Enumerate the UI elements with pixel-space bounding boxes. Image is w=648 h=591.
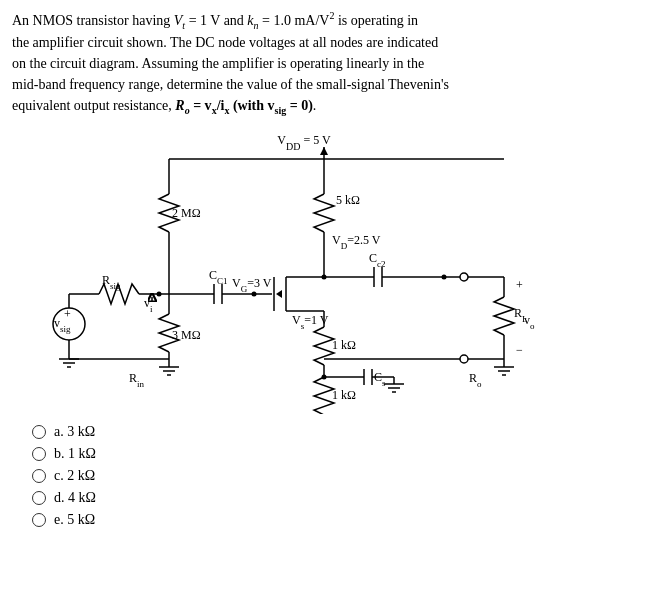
- svg-text:+: +: [64, 307, 71, 321]
- option-e[interactable]: e. 5 kΩ: [32, 512, 636, 528]
- svg-marker-1: [320, 147, 328, 155]
- vo-plus: +: [516, 278, 523, 292]
- rs1-label: 1 kΩ: [332, 338, 356, 352]
- r1-label: 2 MΩ: [172, 206, 201, 220]
- option-a-label: a. 3 kΩ: [54, 424, 95, 440]
- question-line3: on the circuit diagram. Assuming the amp…: [12, 56, 424, 71]
- vo-label: vo: [524, 313, 535, 331]
- option-b[interactable]: b. 1 kΩ: [32, 446, 636, 462]
- question-text: An NMOS transistor having Vt = 1 V and k…: [12, 8, 636, 118]
- rd-label: 5 kΩ: [336, 193, 360, 207]
- radio-c[interactable]: [32, 469, 46, 483]
- option-c-label: c. 2 kΩ: [54, 468, 95, 484]
- vg-label: VG=3 V: [232, 276, 272, 294]
- rl-resistor: [494, 297, 514, 335]
- rin-label: Rin: [129, 371, 145, 389]
- rd-resistor: [314, 194, 334, 232]
- rs2-resistor: [314, 377, 334, 414]
- page: An NMOS transistor having Vt = 1 V and k…: [0, 0, 648, 591]
- cc2-label: Cc2: [369, 251, 386, 269]
- rs2-label: 1 kΩ: [332, 388, 356, 402]
- option-b-label: b. 1 kΩ: [54, 446, 96, 462]
- svg-point-36: [460, 273, 468, 281]
- svg-marker-27: [276, 290, 282, 298]
- radio-a[interactable]: [32, 425, 46, 439]
- option-c[interactable]: c. 2 kΩ: [32, 468, 636, 484]
- vdd-label: VDD = 5 V: [277, 133, 331, 152]
- svg-point-69: [460, 355, 468, 363]
- option-d[interactable]: d. 4 kΩ: [32, 490, 636, 506]
- vs-label: Vs=1 V: [292, 313, 329, 331]
- r2-label: 3 MΩ: [172, 328, 201, 342]
- question-line5: equivalent output resistance, Ro = vx/ix…: [12, 98, 316, 113]
- option-d-label: d. 4 kΩ: [54, 490, 96, 506]
- vd-label: VD=2.5 V: [332, 233, 381, 251]
- vo-minus: −: [516, 343, 523, 357]
- ro-label: Ro: [469, 371, 482, 389]
- cs-label: Cs: [374, 370, 386, 388]
- option-e-label: e. 5 kΩ: [54, 512, 95, 528]
- option-a[interactable]: a. 3 kΩ: [32, 424, 636, 440]
- cc1-label: CC1: [209, 268, 228, 286]
- circuit-diagram: text { font-family: 'Times New Roman', T…: [14, 124, 634, 414]
- question-line1: An NMOS transistor having Vt = 1 V and k…: [12, 13, 418, 28]
- circuit-svg: text { font-family: 'Times New Roman', T…: [14, 124, 634, 414]
- options-list: a. 3 kΩ b. 1 kΩ c. 2 kΩ d. 4 kΩ e. 5 kΩ: [12, 424, 636, 528]
- radio-e[interactable]: [32, 513, 46, 527]
- question-line2: the amplifier circuit shown. The DC node…: [12, 35, 438, 50]
- question-line4: mid-band frequency range, determine the …: [12, 77, 449, 92]
- radio-d[interactable]: [32, 491, 46, 505]
- radio-b[interactable]: [32, 447, 46, 461]
